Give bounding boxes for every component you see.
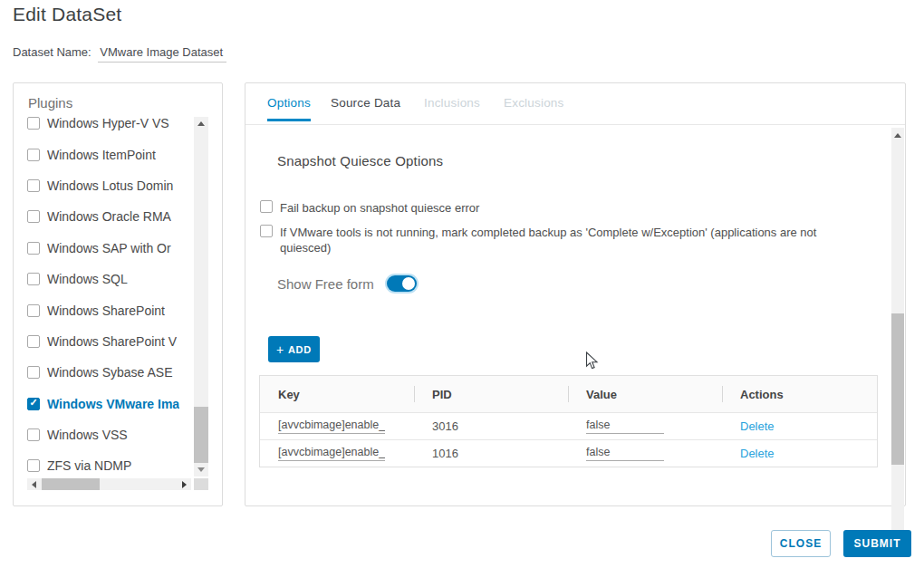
plugin-checkbox[interactable] <box>27 366 40 379</box>
edit-dataset-page: Edit DataSet Dataset Name: Plugins Windo… <box>0 0 924 568</box>
options-vertical-scrollbar[interactable] <box>891 128 904 546</box>
cell-value <box>568 440 722 467</box>
plugin-checkbox[interactable] <box>27 398 40 410</box>
scroll-up-icon[interactable] <box>197 121 205 126</box>
plugin-checkbox[interactable] <box>27 273 40 285</box>
plugin-checkbox[interactable] <box>27 242 40 255</box>
free-form-table: Key PID Value Actions 3016 Delete 1016 D… <box>259 375 878 467</box>
column-header-value: Value <box>568 376 722 412</box>
vmware-tools-checkbox-label: If VMware tools is not running, mark com… <box>280 225 852 255</box>
plugin-checkbox[interactable] <box>27 210 40 223</box>
plugins-hscroll-thumb[interactable] <box>42 478 100 490</box>
plugins-panel: Plugins Windows Hyper-V VS Windows ItemP… <box>13 82 223 506</box>
toggle-knob <box>402 277 415 290</box>
scroll-down-icon[interactable] <box>197 467 205 472</box>
vmware-tools-checkbox[interactable] <box>260 225 273 237</box>
plugin-list-item[interactable]: Windows VMware Ima <box>27 389 192 419</box>
plugin-label: Windows SQL <box>47 272 128 286</box>
scroll-up-icon[interactable] <box>894 133 901 138</box>
show-free-form-label: Show Free form <box>277 276 374 292</box>
scrollbar-corner <box>194 478 208 490</box>
plugin-list-item[interactable]: Windows VSS <box>27 419 192 450</box>
plugin-list-item[interactable]: Windows SharePoint V <box>27 326 192 357</box>
plugin-label: Windows SharePoint V <box>47 334 177 349</box>
plugin-checkbox[interactable] <box>27 459 40 472</box>
column-header-key: Key <box>260 376 414 412</box>
plugin-checkbox[interactable] <box>27 149 40 161</box>
cell-value <box>568 413 722 439</box>
section-title-snapshot-quiesce: Snapshot Quiesce Options <box>277 153 443 168</box>
plugin-list-item[interactable]: Windows SAP with Or <box>27 233 192 264</box>
tab-bar: Options Source Data Inclusions Exclusion… <box>245 83 905 125</box>
plugin-list-item[interactable]: Windows SharePoint <box>27 294 192 325</box>
add-button[interactable]: + ADD <box>268 336 320 362</box>
plugins-vscroll-thumb[interactable] <box>194 407 208 463</box>
freeform-table-body: 3016 Delete 1016 Delete <box>260 412 877 467</box>
plugins-panel-title: Plugins <box>28 95 72 111</box>
page-title: Edit DataSet <box>13 4 121 25</box>
scroll-left-icon[interactable] <box>32 481 36 488</box>
plugins-horizontal-scrollbar[interactable] <box>27 478 191 490</box>
value-input[interactable] <box>586 419 664 434</box>
options-vscroll-thumb[interactable] <box>891 313 904 465</box>
dataset-name-label: Dataset Name: <box>13 45 91 59</box>
tab-exclusions: Exclusions <box>504 96 564 119</box>
free-form-table-row: 1016 Delete <box>260 439 877 467</box>
column-header-actions: Actions <box>722 376 877 412</box>
plugin-list-item[interactable]: Windows Oracle RMA <box>27 201 192 232</box>
plugin-list-item[interactable]: Windows Sybase ASE <box>27 357 192 388</box>
key-input[interactable] <box>278 446 385 461</box>
plugin-label: Windows Hyper-V VS <box>47 117 169 130</box>
plugin-list-item[interactable]: Windows SQL <box>27 264 192 294</box>
free-form-table-header: Key PID Value Actions <box>260 376 877 412</box>
fail-backup-checkbox[interactable] <box>260 200 273 213</box>
column-header-pid: PID <box>414 376 568 412</box>
cell-pid: 1016 <box>414 440 568 467</box>
plugin-label: Windows Lotus Domin <box>47 178 173 193</box>
tab-options[interactable]: Options <box>267 96 311 121</box>
plugin-checkbox[interactable] <box>27 304 40 317</box>
plugin-list-item[interactable]: Windows Lotus Domin <box>27 170 192 201</box>
cell-key <box>260 413 414 439</box>
plugin-list-item[interactable]: Windows Hyper-V VS <box>27 117 192 139</box>
plugin-label: Windows SAP with Or <box>47 241 171 255</box>
plugin-checkbox[interactable] <box>27 179 40 192</box>
delete-link[interactable]: Delete <box>740 447 775 460</box>
value-input[interactable] <box>586 446 664 461</box>
plugin-checkbox[interactable] <box>27 117 40 130</box>
plugin-list-item[interactable]: ZFS via NDMP <box>27 450 192 478</box>
dataset-name-input[interactable] <box>98 44 226 63</box>
plugin-label: ZFS via NDMP <box>47 458 131 473</box>
key-input[interactable] <box>278 419 385 434</box>
cell-actions: Delete <box>722 440 877 467</box>
cell-pid: 3016 <box>414 413 568 439</box>
scroll-right-icon[interactable] <box>182 481 187 488</box>
plugin-label: Windows ItemPoint <box>47 148 156 162</box>
show-free-form-toggle[interactable] <box>387 275 417 292</box>
plus-icon: + <box>276 343 284 356</box>
cell-actions: Delete <box>722 413 877 439</box>
free-form-table-row: 3016 Delete <box>260 412 877 439</box>
add-button-label: ADD <box>288 344 312 355</box>
fail-backup-checkbox-label: Fail backup on snapshot quiesce error <box>280 200 479 216</box>
tab-inclusions: Inclusions <box>424 96 480 119</box>
tab-source-data[interactable]: Source Data <box>331 96 400 119</box>
plugin-label: Windows Sybase ASE <box>47 365 173 380</box>
checkbox-row-fail-backup: Fail backup on snapshot quiesce error <box>260 200 479 216</box>
delete-link[interactable]: Delete <box>740 419 775 433</box>
plugins-list: Windows Hyper-V VS Windows ItemPoint Win… <box>27 117 192 478</box>
plugin-checkbox[interactable] <box>27 335 40 348</box>
plugins-vertical-scrollbar[interactable] <box>194 117 208 477</box>
close-button[interactable]: CLOSE <box>771 530 831 557</box>
plugin-label: Windows VMware Ima <box>47 397 179 411</box>
plugin-list-item[interactable]: Windows ItemPoint <box>27 139 192 169</box>
plugin-checkbox[interactable] <box>27 428 40 441</box>
show-free-form-row: Show Free form <box>277 275 417 292</box>
submit-button[interactable]: SUBMIT <box>843 530 911 557</box>
plugin-label: Windows SharePoint <box>47 303 165 318</box>
plugin-label: Windows Oracle RMA <box>47 209 171 224</box>
cell-key <box>260 440 414 467</box>
plugin-label: Windows VSS <box>47 428 128 442</box>
checkbox-row-vmware-tools: If VMware tools is not running, mark com… <box>260 225 852 255</box>
dataset-name-row: Dataset Name: <box>13 44 226 63</box>
